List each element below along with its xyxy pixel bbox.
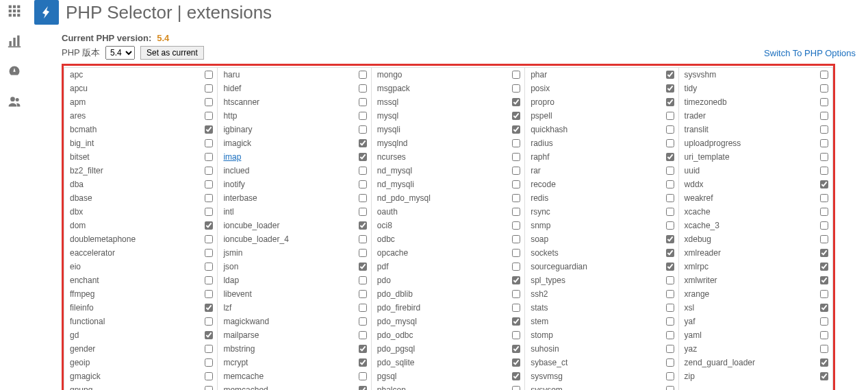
extension-checkbox[interactable] [359, 290, 367, 298]
extension-checkbox[interactable] [820, 372, 828, 380]
extension-checkbox[interactable] [512, 167, 520, 175]
extension-checkbox[interactable] [820, 167, 828, 175]
extension-checkbox[interactable] [666, 386, 674, 390]
extension-checkbox[interactable] [820, 125, 828, 134]
extension-checkbox[interactable] [512, 249, 520, 257]
extension-checkbox[interactable] [820, 180, 828, 188]
extension-checkbox[interactable] [512, 345, 520, 353]
extension-checkbox[interactable] [205, 112, 213, 120]
extension-checkbox[interactable] [666, 112, 674, 120]
extension-checkbox[interactable] [820, 208, 828, 216]
extension-checkbox[interactable] [359, 345, 367, 353]
extension-checkbox[interactable] [512, 372, 520, 380]
extension-checkbox[interactable] [359, 139, 367, 147]
extension-checkbox[interactable] [512, 208, 520, 216]
extension-checkbox[interactable] [512, 139, 520, 147]
extension-checkbox[interactable] [666, 235, 674, 243]
extension-checkbox[interactable] [666, 180, 674, 188]
extension-checkbox[interactable] [512, 358, 520, 367]
extension-checkbox[interactable] [205, 167, 213, 175]
extension-checkbox[interactable] [820, 249, 828, 257]
extension-checkbox[interactable] [820, 276, 828, 284]
extension-checkbox[interactable] [666, 221, 674, 230]
extension-checkbox[interactable] [820, 112, 828, 120]
extension-checkbox[interactable] [820, 139, 828, 147]
extension-checkbox[interactable] [205, 194, 213, 202]
extension-checkbox[interactable] [205, 290, 213, 298]
extension-checkbox[interactable] [205, 139, 213, 147]
extension-checkbox[interactable] [512, 263, 520, 271]
extension-checkbox[interactable] [205, 125, 213, 134]
extension-checkbox[interactable] [359, 304, 367, 312]
extension-checkbox[interactable] [205, 180, 213, 188]
extension-checkbox[interactable] [666, 84, 674, 93]
extension-checkbox[interactable] [820, 153, 828, 161]
extension-checkbox[interactable] [666, 358, 674, 367]
extension-checkbox[interactable] [359, 84, 367, 93]
extension-checkbox[interactable] [512, 221, 520, 230]
extension-checkbox[interactable] [205, 221, 213, 230]
extension-checkbox[interactable] [205, 84, 213, 93]
extension-checkbox[interactable] [666, 290, 674, 298]
extension-checkbox[interactable] [359, 331, 367, 339]
extension-checkbox[interactable] [820, 235, 828, 243]
extension-checkbox[interactable] [359, 71, 367, 79]
extension-checkbox[interactable] [820, 304, 828, 312]
extension-checkbox[interactable] [512, 125, 520, 134]
extension-checkbox[interactable] [666, 167, 674, 175]
extension-checkbox[interactable] [205, 331, 213, 339]
extension-checkbox[interactable] [666, 194, 674, 202]
extension-checkbox[interactable] [820, 331, 828, 339]
extension-checkbox[interactable] [820, 194, 828, 202]
extension-checkbox[interactable] [666, 208, 674, 216]
extension-checkbox[interactable] [359, 112, 367, 120]
extension-checkbox[interactable] [205, 386, 213, 390]
extension-checkbox[interactable] [666, 153, 674, 161]
extension-checkbox[interactable] [666, 317, 674, 326]
extension-checkbox[interactable] [359, 386, 367, 390]
extension-checkbox[interactable] [820, 71, 828, 79]
php-version-select[interactable]: 5.4 [105, 46, 135, 60]
extension-checkbox[interactable] [359, 263, 367, 271]
extension-checkbox[interactable] [359, 249, 367, 257]
switch-options-link[interactable]: Switch To PHP Options [764, 48, 856, 58]
extension-checkbox[interactable] [666, 98, 674, 106]
extension-checkbox[interactable] [820, 317, 828, 326]
extension-checkbox[interactable] [512, 153, 520, 161]
extension-checkbox[interactable] [512, 276, 520, 284]
extension-checkbox[interactable] [205, 153, 213, 161]
extension-checkbox[interactable] [359, 125, 367, 134]
extension-checkbox[interactable] [205, 372, 213, 380]
dashboard-icon[interactable] [8, 64, 21, 78]
extension-checkbox[interactable] [205, 304, 213, 312]
extension-checkbox[interactable] [359, 167, 367, 175]
extension-checkbox[interactable] [820, 98, 828, 106]
extension-checkbox[interactable] [666, 276, 674, 284]
extension-checkbox[interactable] [205, 358, 213, 367]
extension-checkbox[interactable] [359, 276, 367, 284]
extension-checkbox[interactable] [359, 221, 367, 230]
extension-checkbox[interactable] [205, 263, 213, 271]
extension-checkbox[interactable] [205, 317, 213, 326]
extension-checkbox[interactable] [512, 331, 520, 339]
extension-checkbox[interactable] [205, 249, 213, 257]
extension-checkbox[interactable] [359, 98, 367, 106]
extension-checkbox[interactable] [666, 345, 674, 353]
extension-checkbox[interactable] [205, 276, 213, 284]
extension-checkbox[interactable] [666, 71, 674, 79]
extension-label[interactable]: imap [223, 151, 241, 163]
extension-checkbox[interactable] [205, 71, 213, 79]
extension-checkbox[interactable] [359, 208, 367, 216]
extension-checkbox[interactable] [359, 358, 367, 367]
extension-checkbox[interactable] [512, 386, 520, 390]
stats-icon[interactable] [8, 34, 21, 48]
extension-checkbox[interactable] [205, 98, 213, 106]
extension-checkbox[interactable] [512, 180, 520, 188]
extension-checkbox[interactable] [512, 84, 520, 93]
extension-checkbox[interactable] [820, 358, 828, 367]
extension-checkbox[interactable] [666, 304, 674, 312]
extension-checkbox[interactable] [205, 208, 213, 216]
extension-checkbox[interactable] [666, 263, 674, 271]
extension-checkbox[interactable] [359, 235, 367, 243]
extension-checkbox[interactable] [512, 235, 520, 243]
